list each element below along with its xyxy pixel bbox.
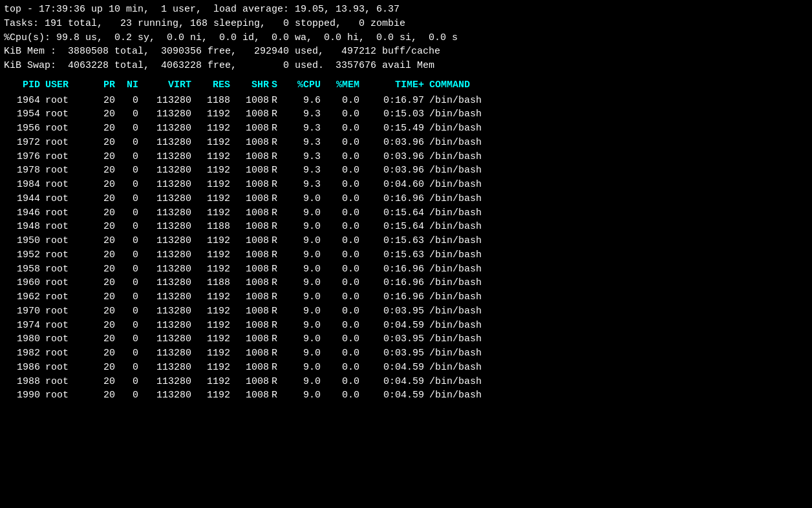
stat-line-1: top - 17:39:36 up 10 min, 1 user, load a…: [4, 3, 808, 17]
cell-virt: 113280: [141, 262, 194, 277]
cell-user: root: [43, 262, 94, 277]
cell-virt: 113280: [141, 220, 194, 234]
cell-cpu: 9.0: [284, 206, 323, 220]
cell-mem: 0.0: [323, 234, 362, 248]
cell-ni: 0: [118, 262, 141, 277]
cell-time: 0:03.95: [362, 346, 427, 361]
cell-s: R: [272, 346, 284, 361]
cell-res: 1188: [194, 276, 233, 290]
cell-pr: 20: [94, 375, 118, 389]
cell-shr: 1008: [233, 388, 272, 403]
cell-shr: 1008: [233, 136, 272, 150]
cell-user: root: [43, 164, 94, 178]
cell-virt: 113280: [141, 234, 194, 248]
cell-command: /bin/bash: [427, 361, 504, 375]
cell-time: 0:03.96: [362, 150, 427, 164]
cell-command: /bin/bash: [427, 319, 504, 333]
cell-pid: 1980: [4, 332, 43, 346]
cell-cpu: 9.0: [284, 332, 323, 346]
cell-shr: 1008: [233, 375, 272, 389]
cell-mem: 0.0: [323, 136, 362, 150]
table-row: 1978root20011328011921008R9.30.00:03.96/…: [4, 164, 808, 178]
table-row: 1972root20011328011921008R9.30.00:03.96/…: [4, 136, 808, 150]
cell-time: 0:15.64: [362, 220, 427, 234]
cell-res: 1192: [194, 164, 233, 178]
table-row: 1984root20011328011921008R9.30.00:04.60/…: [4, 178, 808, 192]
cell-ni: 0: [118, 276, 141, 290]
cell-res: 1192: [194, 375, 233, 389]
table-header: PID USER PR NI VIRT RES SHR S %CPU %MEM …: [4, 77, 808, 94]
col-header-user: USER: [43, 78, 94, 92]
cell-time: 0:03.95: [362, 332, 427, 346]
cell-s: R: [272, 220, 284, 234]
cell-res: 1188: [194, 220, 233, 234]
cell-user: root: [43, 94, 94, 108]
cell-pid: 1946: [4, 206, 43, 220]
col-header-command: COMMAND: [427, 78, 504, 92]
cell-command: /bin/bash: [427, 192, 504, 206]
cell-cpu: 9.0: [284, 375, 323, 389]
cell-user: root: [43, 304, 94, 319]
table-row: 1986root20011328011921008R9.00.00:04.59/…: [4, 361, 808, 375]
cell-pr: 20: [94, 192, 118, 206]
cell-mem: 0.0: [323, 319, 362, 333]
cell-user: root: [43, 206, 94, 220]
cell-s: R: [272, 332, 284, 346]
cell-virt: 113280: [141, 304, 194, 319]
cell-time: 0:16.96: [362, 262, 427, 277]
cell-pid: 1982: [4, 346, 43, 361]
cell-user: root: [43, 107, 94, 122]
cell-res: 1192: [194, 388, 233, 403]
cell-shr: 1008: [233, 346, 272, 361]
cell-user: root: [43, 361, 94, 375]
cell-pid: 1962: [4, 290, 43, 304]
cell-pr: 20: [94, 332, 118, 346]
cell-shr: 1008: [233, 262, 272, 277]
cell-pr: 20: [94, 388, 118, 403]
cell-shr: 1008: [233, 248, 272, 262]
cell-pr: 20: [94, 206, 118, 220]
cell-pr: 20: [94, 234, 118, 248]
cell-virt: 113280: [141, 319, 194, 333]
cell-ni: 0: [118, 122, 141, 136]
cell-virt: 113280: [141, 290, 194, 304]
cell-time: 0:16.97: [362, 94, 427, 108]
cell-command: /bin/bash: [427, 248, 504, 262]
cell-shr: 1008: [233, 304, 272, 319]
cell-mem: 0.0: [323, 346, 362, 361]
cell-pr: 20: [94, 164, 118, 178]
cell-time: 0:04.59: [362, 388, 427, 403]
cell-pid: 1972: [4, 136, 43, 150]
cell-user: root: [43, 178, 94, 192]
cell-res: 1188: [194, 94, 233, 108]
cell-s: R: [272, 262, 284, 277]
cell-ni: 0: [118, 206, 141, 220]
cell-pr: 20: [94, 319, 118, 333]
cell-mem: 0.0: [323, 388, 362, 403]
cell-ni: 0: [118, 375, 141, 389]
cell-pid: 1974: [4, 319, 43, 333]
cell-pr: 20: [94, 248, 118, 262]
cell-time: 0:15.63: [362, 248, 427, 262]
cell-command: /bin/bash: [427, 375, 504, 389]
cell-s: R: [272, 150, 284, 164]
cell-shr: 1008: [233, 290, 272, 304]
system-stats: top - 17:39:36 up 10 min, 1 user, load a…: [4, 3, 808, 73]
cell-res: 1192: [194, 319, 233, 333]
cell-pr: 20: [94, 290, 118, 304]
cell-ni: 0: [118, 346, 141, 361]
cell-res: 1192: [194, 361, 233, 375]
cell-virt: 113280: [141, 150, 194, 164]
cell-s: R: [272, 276, 284, 290]
cell-mem: 0.0: [323, 192, 362, 206]
cell-shr: 1008: [233, 319, 272, 333]
cell-cpu: 9.0: [284, 234, 323, 248]
cell-ni: 0: [118, 290, 141, 304]
cell-time: 0:16.96: [362, 276, 427, 290]
table-row: 1974root20011328011921008R9.00.00:04.59/…: [4, 319, 808, 333]
cell-res: 1192: [194, 304, 233, 319]
cell-user: root: [43, 346, 94, 361]
cell-s: R: [272, 136, 284, 150]
cell-pid: 1990: [4, 388, 43, 403]
col-header-shr: SHR: [233, 78, 272, 92]
